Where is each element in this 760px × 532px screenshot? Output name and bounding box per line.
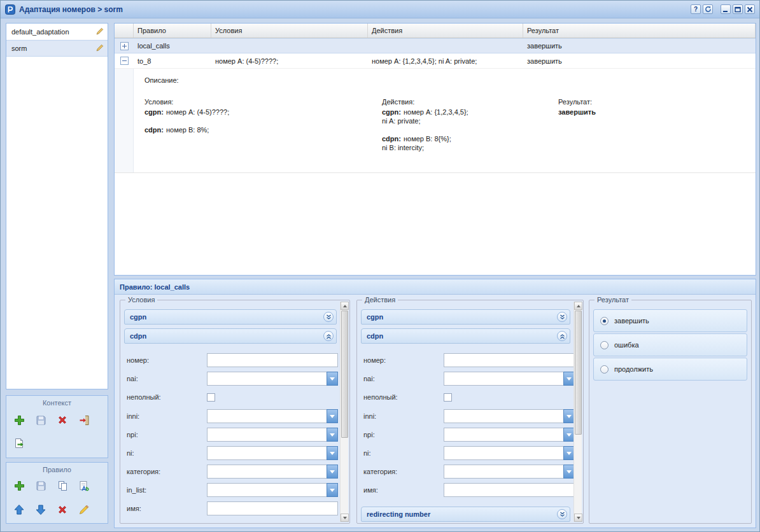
- scroll-up-button[interactable]: [574, 302, 582, 310]
- adaptation-list: default_adaptation sorm: [6, 23, 108, 389]
- grid-row-to-8[interactable]: to_8 номер A: (4-5)????; номер A: {1,2,3…: [115, 53, 756, 69]
- conditions-inni-combobox[interactable]: [207, 409, 338, 423]
- export-context-button[interactable]: [11, 435, 27, 451]
- list-item-sorm[interactable]: sorm: [6, 40, 108, 57]
- conditions-in-list-combobox[interactable]: [207, 483, 338, 497]
- delete-context-button[interactable]: [55, 412, 70, 428]
- radio-unchecked-icon[interactable]: [600, 365, 609, 374]
- conditions-name-input[interactable]: [207, 501, 338, 515]
- result-option-continue[interactable]: продолжить: [593, 358, 747, 381]
- conditions-in-list-row: in_list:: [127, 482, 338, 498]
- actions-fieldset: Действия cgpn cdpn номер: nai:: [356, 300, 584, 524]
- rule-detail-expanded: Описание: Условия: cgpn:номер A: (4-5)??…: [115, 69, 756, 173]
- conditions-ni-row: ni:: [127, 445, 338, 461]
- app-window: Адаптация номеров > sorm ? default_adapt…: [0, 0, 760, 532]
- help-button[interactable]: ?: [691, 4, 701, 14]
- detail-description-label: Описание:: [144, 76, 179, 84]
- delete-rule-button[interactable]: [55, 502, 70, 517]
- minimize-button[interactable]: [721, 4, 731, 14]
- actions-redirecting-number-section[interactable]: redirecting number: [361, 507, 570, 522]
- conditions-incomplete-checkbox[interactable]: [207, 393, 215, 402]
- scroll-thumb[interactable]: [575, 311, 582, 435]
- column-header-rule[interactable]: Правило: [134, 24, 211, 38]
- actions-inni-combobox[interactable]: [444, 409, 575, 423]
- cell-result: завершить: [523, 42, 756, 50]
- conditions-nai-combobox[interactable]: [207, 372, 338, 386]
- chevron-double-up-icon[interactable]: [557, 331, 567, 341]
- actions-cdpn-section[interactable]: cdpn: [361, 328, 570, 344]
- actions-ni-combobox[interactable]: [444, 446, 575, 460]
- row-collapser[interactable]: [115, 57, 134, 65]
- radio-checked-icon[interactable]: [600, 317, 609, 325]
- edit-pencil-icon[interactable]: [96, 44, 104, 53]
- conditions-name-row: имя:: [127, 501, 338, 516]
- context-toolbar-title: Контекст: [6, 396, 108, 407]
- save-context-button[interactable]: [33, 412, 48, 428]
- rules-grid: Правило Условия Действия Результат local…: [114, 23, 756, 276]
- edit-pencil-icon[interactable]: [96, 27, 104, 36]
- detail-condition-cdpn: cdpn:номер B: 8%;: [144, 126, 209, 134]
- actions-cgpn-section[interactable]: cgpn: [361, 309, 570, 325]
- copy-rule-button[interactable]: [55, 478, 70, 493]
- grid-row-local-calls[interactable]: local_calls завершить: [115, 38, 756, 53]
- result-option-finish[interactable]: завершить: [593, 309, 747, 332]
- chevron-down-icon[interactable]: [327, 372, 338, 386]
- close-button[interactable]: [745, 4, 755, 14]
- rule-toolbar-title: Правило: [6, 463, 108, 473]
- column-header-conditions[interactable]: Условия: [211, 24, 368, 38]
- red-x-icon: [57, 504, 68, 515]
- chevron-double-down-icon[interactable]: [557, 312, 567, 322]
- actions-nai-combobox[interactable]: [444, 372, 575, 386]
- conditions-ni-combobox[interactable]: [207, 446, 338, 460]
- titlebar: Адаптация номеров > sorm ?: [1, 1, 759, 18]
- chevron-double-up-icon[interactable]: [323, 331, 334, 341]
- rename-rule-button[interactable]: [76, 478, 92, 493]
- actions-name-input[interactable]: [444, 483, 575, 497]
- column-header-result[interactable]: Результат: [523, 24, 756, 38]
- actions-incomplete-checkbox[interactable]: [444, 393, 452, 402]
- maximize-button[interactable]: [733, 4, 743, 14]
- actions-category-row: категория:: [363, 464, 575, 479]
- chevron-double-down-icon[interactable]: [557, 509, 567, 519]
- chevron-down-icon[interactable]: [327, 409, 338, 423]
- radio-unchecked-icon[interactable]: [600, 341, 609, 349]
- chevron-down-icon[interactable]: [327, 428, 338, 442]
- scroll-thumb[interactable]: [341, 311, 348, 438]
- conditions-scrollbar[interactable]: [340, 302, 348, 522]
- actions-scrollbar[interactable]: [574, 302, 582, 522]
- chevron-down-icon[interactable]: [327, 483, 338, 497]
- scroll-down-button[interactable]: [574, 514, 582, 522]
- chevron-down-icon[interactable]: [327, 446, 338, 460]
- actions-npi-combobox[interactable]: [444, 428, 575, 442]
- edit-rule-button[interactable]: [76, 502, 92, 517]
- actions-nai-row: nai:: [363, 371, 575, 386]
- chevron-double-down-icon[interactable]: [323, 312, 334, 322]
- move-rule-up-button[interactable]: [11, 502, 27, 517]
- scroll-down-button[interactable]: [341, 514, 349, 522]
- actions-category-combobox[interactable]: [444, 465, 575, 479]
- conditions-npi-combobox[interactable]: [207, 428, 338, 442]
- add-context-button[interactable]: [11, 412, 27, 428]
- conditions-category-combobox[interactable]: [207, 465, 338, 479]
- result-legend: Результат: [595, 296, 631, 304]
- close-context-button[interactable]: [76, 412, 92, 428]
- result-option-error[interactable]: ошибка: [593, 333, 747, 356]
- save-rule-button[interactable]: [33, 478, 48, 493]
- move-rule-down-button[interactable]: [33, 502, 48, 517]
- conditions-cdpn-section[interactable]: cdpn: [124, 328, 337, 344]
- actions-inni-row: inni:: [363, 409, 575, 424]
- conditions-number-input[interactable]: [207, 353, 338, 367]
- detail-action-cgpn-ni: ni A: private;: [382, 117, 421, 125]
- conditions-cgpn-section[interactable]: cgpn: [124, 309, 337, 325]
- column-header-actions[interactable]: Действия: [368, 24, 523, 38]
- plus-icon: [13, 480, 25, 492]
- actions-number-input[interactable]: [444, 353, 575, 367]
- list-item-default-adaptation[interactable]: default_adaptation: [6, 24, 108, 40]
- scroll-up-button[interactable]: [341, 302, 349, 310]
- row-expander[interactable]: [115, 42, 134, 50]
- refresh-button[interactable]: [703, 4, 713, 14]
- chevron-down-icon[interactable]: [327, 465, 338, 479]
- expand-plus-icon: [120, 42, 129, 50]
- add-rule-button[interactable]: [11, 478, 27, 493]
- actions-name-row: имя:: [363, 482, 575, 498]
